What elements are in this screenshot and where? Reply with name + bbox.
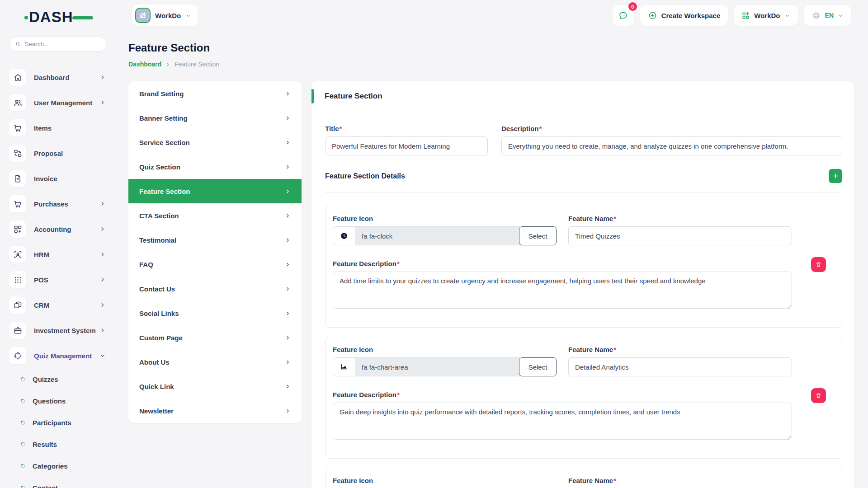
select-icon-button[interactable]: Select [519, 226, 557, 245]
required-mark: * [340, 125, 342, 132]
settings-item-service-section[interactable]: Service Section [128, 130, 302, 155]
chevron-right-icon [99, 327, 106, 333]
feature-name-label: Feature Name* [568, 477, 792, 484]
language-selector-button[interactable]: EN [804, 5, 851, 26]
settings-menu: Brand Setting Banner Setting Service Sec… [128, 81, 302, 423]
feature-description-textarea[interactable]: Add time limits to your quizzes to creat… [333, 272, 792, 309]
chevron-right-icon [285, 262, 291, 267]
submenu-item-participants[interactable]: Participants [0, 412, 118, 433]
submenu-item-results[interactable]: Results [0, 433, 118, 455]
description-label: Description* [501, 125, 842, 132]
settings-item-faq[interactable]: FAQ [128, 252, 302, 277]
feature-icon-input[interactable] [355, 226, 520, 245]
settings-item-testimonial[interactable]: Testimonial [128, 228, 302, 252]
feature-name-label: Feature Name* [568, 346, 792, 353]
feature-section-card: Feature Section Title* Description* Feat… [311, 81, 854, 488]
chevron-right-icon [285, 408, 291, 414]
description-input[interactable] [501, 136, 842, 155]
submenu-item-contact[interactable]: Contact [0, 477, 118, 488]
settings-item-newsletter[interactable]: Newsletter [128, 399, 302, 423]
sidebar-search[interactable] [9, 37, 107, 52]
sidebar-item-quiz-management[interactable]: Quiz Management [0, 343, 118, 368]
overlap-squares-icon [9, 296, 26, 314]
details-heading-row: Feature Section Details [325, 172, 842, 180]
chevron-right-icon [285, 237, 291, 243]
chevron-right-icon [285, 335, 291, 341]
title-label: Title* [325, 125, 488, 132]
sidebar-item-hrm[interactable]: HRM [0, 242, 118, 267]
settings-item-banner-setting[interactable]: Banner Setting [128, 106, 302, 130]
page-title: Feature Section [128, 42, 210, 54]
sidebar-item-dashboard[interactable]: Dashboard [0, 65, 118, 90]
feature-icon-group: Select [333, 226, 557, 245]
required-mark: * [397, 391, 400, 399]
sidebar-item-items[interactable]: Items [0, 115, 118, 141]
create-workspace-button[interactable]: Create Workspace [640, 5, 728, 26]
feature-icon-input[interactable] [355, 357, 520, 376]
quiz-submenu: Quizzes Questions Participants Results C… [0, 368, 118, 488]
chevron-right-icon [99, 99, 106, 106]
settings-item-feature-section[interactable]: Feature Section [128, 179, 302, 203]
settings-item-brand-setting[interactable]: Brand Setting [128, 81, 302, 106]
title-input[interactable] [325, 136, 488, 155]
breadcrumb-dashboard-link[interactable]: Dashboard [128, 61, 161, 68]
globe-icon [811, 11, 821, 20]
bullet-circle-icon [20, 485, 26, 488]
grid-plus-icon [741, 11, 750, 20]
topbar-actions: 0 Create Workspace WorkDo EN [613, 5, 851, 26]
select-icon-button[interactable]: Select [519, 357, 557, 376]
sidebar-item-pos[interactable]: POS [0, 267, 118, 292]
feature-row: Feature Icon Select Feature Name* [325, 336, 842, 459]
sidebar-item-crm[interactable]: CRM [0, 292, 118, 318]
logo-text: DASH [29, 9, 73, 25]
settings-item-quick-link[interactable]: Quick Link [128, 374, 302, 399]
sidebar-item-accounting[interactable]: Accounting [0, 216, 118, 242]
submenu-item-categories[interactable]: Categories [0, 455, 118, 477]
chevron-right-icon [285, 115, 291, 121]
settings-item-contact-us[interactable]: Contact Us [128, 277, 302, 301]
chevron-right-icon [285, 310, 291, 316]
search-input[interactable] [24, 41, 101, 47]
workspace-switcher-button[interactable]: WorkDo [734, 5, 797, 26]
sidebar-item-proposal[interactable]: Proposal [0, 141, 118, 166]
briefcase-icon [9, 322, 26, 339]
settings-item-custom-page[interactable]: Custom Page [128, 325, 302, 350]
card-accent-bar [311, 89, 314, 103]
brand-logo[interactable]: DASH [29, 8, 92, 26]
delete-feature-button[interactable] [811, 257, 826, 272]
chevron-down-icon [838, 13, 844, 19]
submenu-item-questions[interactable]: Questions [0, 390, 118, 412]
settings-item-about-us[interactable]: About Us [128, 350, 302, 374]
settings-item-social-links[interactable]: Social Links [128, 301, 302, 325]
settings-item-quiz-section[interactable]: Quiz Section [128, 155, 302, 179]
settings-item-cta-section[interactable]: CTA Section [128, 203, 302, 228]
sidebar-item-invoice[interactable]: Invoice [0, 166, 118, 191]
delete-feature-button[interactable] [811, 388, 826, 403]
add-feature-button[interactable] [829, 169, 842, 183]
submenu-item-quizzes[interactable]: Quizzes [0, 368, 118, 390]
messages-button[interactable]: 0 [613, 5, 634, 26]
chevron-right-icon [99, 277, 106, 283]
trash-icon [815, 392, 822, 399]
cart-icon [9, 119, 26, 136]
details-divider [325, 192, 842, 192]
required-mark: * [539, 125, 542, 132]
dots-grid-icon [9, 271, 26, 288]
chevron-right-icon [285, 384, 291, 389]
card-body: Title* Description* Feature Section Deta… [311, 125, 854, 488]
chevron-right-icon [285, 359, 291, 365]
feature-name-input[interactable] [568, 226, 792, 245]
bullet-circle-icon [20, 441, 26, 447]
sidebar-item-user-management[interactable]: User Management [0, 90, 118, 115]
bullet-circle-icon [20, 398, 26, 404]
bullet-circle-icon [20, 463, 26, 469]
chevron-down-icon [784, 13, 790, 19]
workspace-selector[interactable]: WorkDo [132, 5, 198, 26]
feature-description-label: Feature Description* [333, 391, 835, 399]
sidebar-item-investment-system[interactable]: Investment System [0, 318, 118, 343]
swap-boxes-icon [9, 145, 26, 162]
feature-name-input[interactable] [568, 357, 792, 376]
clock-icon [333, 226, 355, 245]
feature-description-textarea[interactable]: Gain deep insights into quiz performance… [333, 403, 792, 440]
sidebar-item-purchases[interactable]: Purchases [0, 191, 118, 216]
